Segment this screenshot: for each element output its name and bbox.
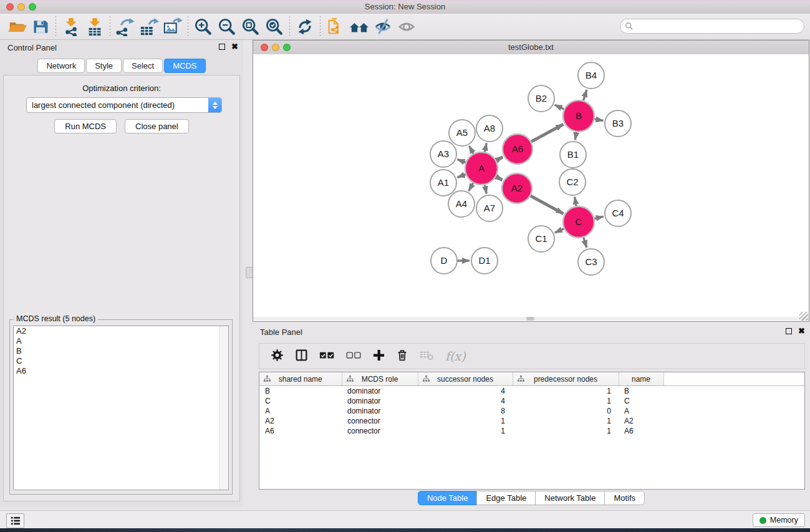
cell-predecessor-nodes[interactable]: 1 — [513, 386, 619, 397]
cell-mcds-role[interactable]: dominator — [342, 406, 418, 416]
scrollbar-thumb[interactable] — [526, 317, 534, 321]
tab-motifs[interactable]: Motifs — [604, 491, 645, 505]
refresh-layout-button[interactable] — [293, 16, 317, 38]
memory-button[interactable]: Memory — [753, 513, 805, 527]
table-row-a6[interactable]: A6connector11A6 — [259, 426, 804, 436]
save-session-button[interactable] — [29, 16, 52, 38]
cell-successor-nodes[interactable]: 4 — [418, 396, 513, 406]
hide-selected-button[interactable] — [371, 16, 395, 38]
toggle-columns-button[interactable] — [295, 349, 308, 364]
result-scrollbar[interactable] — [219, 326, 228, 490]
edge-B-B4[interactable] — [584, 90, 587, 100]
delete-column-button[interactable] — [396, 349, 408, 364]
export-network-button[interactable] — [113, 16, 137, 38]
column-header-shared-name[interactable]: shared name — [259, 372, 342, 386]
tab-network[interactable]: Network — [37, 59, 85, 73]
cell-successor-nodes[interactable]: 1 — [418, 426, 513, 436]
table-row-c[interactable]: Cdominator41C — [259, 396, 804, 406]
table-row-a[interactable]: Adominator80A — [259, 406, 804, 416]
zoom-out-button[interactable] — [215, 16, 239, 38]
cell-predecessor-nodes[interactable]: 1 — [513, 416, 619, 426]
close-table-panel-icon[interactable]: ✖ — [798, 328, 805, 334]
cell-name[interactable]: A6 — [619, 426, 663, 436]
edge-A-A3[interactable] — [458, 160, 466, 163]
create-column-button[interactable] — [373, 349, 385, 363]
import-network-button[interactable] — [59, 16, 83, 38]
cell-successor-nodes[interactable]: 1 — [418, 416, 513, 426]
edge-C-C4[interactable] — [594, 216, 603, 218]
edge-A-A2[interactable] — [496, 177, 503, 180]
search-box[interactable] — [620, 19, 804, 34]
function-builder-button[interactable]: f(x) — [445, 349, 466, 363]
cell-mcds-role[interactable]: connector — [342, 426, 418, 436]
task-history-button[interactable] — [6, 513, 24, 528]
zoom-in-button[interactable] — [191, 16, 215, 38]
float-panel-icon[interactable] — [219, 44, 225, 50]
result-item-a2[interactable]: A2 — [14, 326, 228, 336]
cell-shared-name[interactable]: A — [259, 406, 342, 416]
search-input[interactable] — [634, 21, 804, 32]
zoom-selected-button[interactable] — [263, 16, 286, 38]
edge-A-A7[interactable] — [485, 185, 486, 194]
tab-network-table[interactable]: Network Table — [535, 491, 605, 505]
tab-select[interactable]: Select — [123, 59, 163, 73]
tab-edge-table[interactable]: Edge Table — [476, 491, 536, 505]
select-all-columns-button[interactable] — [319, 351, 335, 362]
column-header-name[interactable]: name — [619, 372, 663, 386]
network-canvas[interactable]: B4B2BB3A8A5A6A3B1AA1C2A2A4A7CC4C1C3DD1 — [253, 54, 809, 321]
edge-C-C2[interactable] — [575, 197, 576, 206]
tab-style[interactable]: Style — [86, 59, 122, 73]
cell-shared-name[interactable]: A6 — [259, 426, 342, 436]
edge-A-A8[interactable] — [485, 143, 486, 152]
edge-A-A5[interactable] — [470, 146, 474, 153]
cell-name[interactable]: A — [619, 406, 663, 416]
open-session-button[interactable] — [5, 16, 29, 38]
result-item-a6[interactable]: A6 — [14, 366, 228, 376]
tab-mcds[interactable]: MCDS — [164, 59, 205, 73]
import-table-button[interactable] — [83, 16, 107, 38]
result-item-a[interactable]: A — [14, 336, 228, 346]
result-item-c[interactable]: C — [14, 356, 228, 366]
tab-node-table[interactable]: Node Table — [418, 491, 478, 505]
cell-successor-nodes[interactable]: 4 — [418, 386, 513, 397]
edge-A6-B[interactable] — [531, 124, 563, 142]
cell-shared-name[interactable]: A2 — [259, 416, 342, 426]
show-all-button[interactable] — [395, 16, 418, 38]
table-settings-button[interactable] — [271, 349, 284, 364]
cell-mcds-role[interactable]: dominator — [342, 386, 418, 397]
cell-predecessor-nodes[interactable]: 0 — [513, 406, 619, 416]
mcds-result-list[interactable]: A2ABCA6 — [13, 326, 229, 490]
cell-mcds-role[interactable]: dominator — [342, 396, 418, 406]
float-table-panel-icon[interactable] — [786, 328, 792, 334]
cell-name[interactable]: C — [619, 396, 663, 406]
table-row-b[interactable]: Bdominator41B — [259, 386, 804, 397]
close-panel-icon[interactable]: ✖ — [231, 44, 238, 50]
edge-C-C3[interactable] — [584, 238, 587, 248]
cell-predecessor-nodes[interactable]: 1 — [513, 396, 619, 406]
edge-A-A4[interactable] — [469, 183, 473, 191]
criterion-select[interactable]: largest connected component (directed) — [26, 97, 222, 113]
column-header-successor-nodes[interactable]: successor nodes — [418, 372, 513, 386]
edge-B-B2[interactable] — [555, 105, 564, 109]
export-table-button[interactable] — [137, 16, 161, 38]
result-item-b[interactable]: B — [14, 346, 228, 356]
edge-C-C1[interactable] — [555, 229, 564, 233]
close-panel-button[interactable]: Close panel — [125, 119, 189, 133]
column-header-predecessor-nodes[interactable]: predecessor nodes — [513, 372, 619, 386]
edge-A-A1[interactable] — [458, 175, 466, 178]
first-neighbors-button[interactable] — [347, 16, 371, 38]
column-header-mcds-role[interactable]: MCDS role — [342, 372, 418, 386]
cell-shared-name[interactable]: B — [259, 386, 342, 397]
cell-mcds-role[interactable]: connector — [342, 416, 418, 426]
new-network-from-selection-button[interactable] — [324, 16, 347, 38]
zoom-fit-button[interactable] — [239, 16, 263, 38]
edge-A2-C[interactable] — [531, 196, 564, 214]
cell-shared-name[interactable]: C — [259, 396, 342, 406]
cell-name[interactable]: B — [619, 386, 663, 397]
network-horizontal-scrollbar[interactable] — [253, 317, 809, 321]
edge-A-A6[interactable] — [496, 157, 503, 161]
run-mcds-button[interactable]: Run MCDS — [54, 119, 117, 133]
table-row-a2[interactable]: A2connector11A2 — [259, 416, 804, 426]
cell-predecessor-nodes[interactable]: 1 — [513, 426, 619, 436]
window-resize-grip[interactable] — [799, 312, 808, 321]
